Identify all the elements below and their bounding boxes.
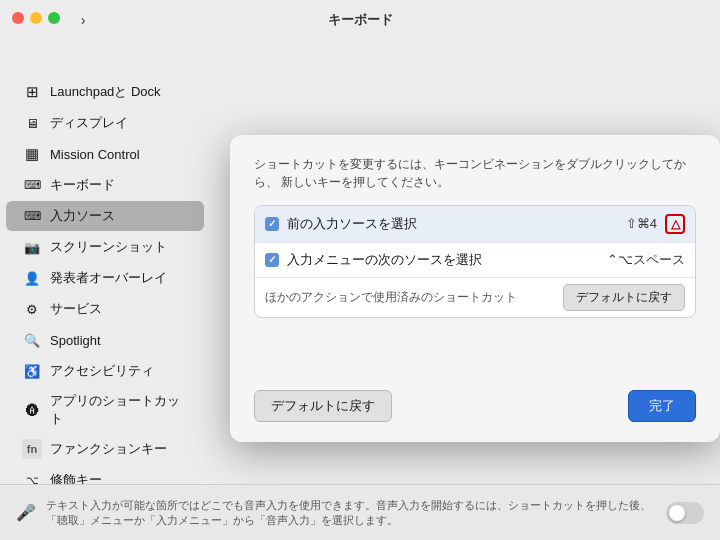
sidebar-label-accessibility: アクセシビリティ [50,362,154,380]
mission-control-icon: ▦ [22,144,42,164]
nav-arrows: ‹ › [40,10,96,30]
sidebar-item-accessibility[interactable]: ♿ アクセシビリティ [6,356,204,386]
sidebar-label-function-keys: ファンクションキー [50,440,167,458]
dialog: ショートカットを変更するには、キーコンビネーションをダブルクリックしてから、 新… [230,135,720,442]
sidebar-label-presenter-overlay: 発表者オーバーレイ [50,269,167,287]
bottom-bar: 🎤 テキスト入力が可能な箇所ではどこでも音声入力を使用できます。音声入力を開始す… [0,484,720,540]
sidebar-label-screenshot: スクリーンショット [50,238,167,256]
input-source-icon: ⌨ [22,206,42,226]
spotlight-icon: 🔍 [22,330,42,350]
warning-icon-0: △ [665,214,685,234]
sidebar-item-function-keys[interactable]: fn ファンクションキー [6,434,204,464]
sidebar-label-launchpad: Launchpadと Dock [50,83,161,101]
services-icon: ⚙ [22,299,42,319]
sidebar-item-keyboard[interactable]: ⌨ キーボード [6,170,204,200]
close-button[interactable] [12,12,24,24]
shortcut-label-1: 入力メニューの次のソースを選択 [287,251,599,269]
sidebar-item-app-shortcuts[interactable]: 🅐 アプリのショートカット [6,387,204,433]
sidebar-label-keyboard: キーボード [50,176,115,194]
title-bar: キーボード [0,0,720,36]
screenshot-icon: 📷 [22,237,42,257]
done-button[interactable]: 完了 [628,390,696,422]
accessibility-icon: ♿ [22,361,42,381]
shortcut-table: 前の入力ソースを選択 ⇧⌘4 △ 入力メニューの次のソースを選択 ⌃⌥スペース [254,205,696,318]
toggle-switch[interactable] [666,502,704,524]
main-window: キーボード ‹ › ⊞ Launchpadと Dock 🖥 ディスプレイ ▦ M… [0,0,720,540]
presenter-overlay-icon: 👤 [22,268,42,288]
app-shortcuts-icon: 🅐 [22,400,42,420]
forward-button[interactable]: › [70,10,96,30]
microphone-icon: 🎤 [16,503,36,522]
sidebar-item-services[interactable]: ⚙ サービス [6,294,204,324]
dialog-footer: デフォルトに戻す 完了 [254,386,696,422]
sidebar-item-display[interactable]: 🖥 ディスプレイ [6,108,204,138]
window-title: キーボード [328,11,393,29]
shortcut-label-0: 前の入力ソースを選択 [287,215,618,233]
sidebar-label-display: ディスプレイ [50,114,128,132]
defaults-text: ほかのアクションで使用済みのショートカット [265,289,555,306]
display-icon: 🖥 [22,113,42,133]
back-button[interactable]: ‹ [40,10,66,30]
bottom-bar-text: テキスト入力が可能な箇所ではどこでも音声入力を使用できます。音声入力を開始するに… [46,498,656,528]
sidebar-item-input-source[interactable]: ⌨ 入力ソース [6,201,204,231]
defaults-row: ほかのアクションで使用済みのショートカット デフォルトに戻す [255,278,695,317]
sidebar-item-mission-control[interactable]: ▦ Mission Control [6,139,204,169]
sidebar-label-services: サービス [50,300,102,318]
shortcut-row-1[interactable]: 入力メニューの次のソースを選択 ⌃⌥スペース [255,243,695,278]
dialog-overlay: ショートカットを変更するには、キーコンビネーションをダブルクリックしてから、 新… [210,36,720,540]
sidebar: ⊞ Launchpadと Dock 🖥 ディスプレイ ▦ Mission Con… [0,36,210,540]
sidebar-item-launchpad[interactable]: ⊞ Launchpadと Dock [6,77,204,107]
checkbox-1[interactable] [265,253,279,267]
sidebar-item-spotlight[interactable]: 🔍 Spotlight [6,325,204,355]
shortcut-keys-0: ⇧⌘4 △ [626,214,685,234]
sidebar-label-spotlight: Spotlight [50,333,101,348]
dialog-hint: ショートカットを変更するには、キーコンビネーションをダブルクリックしてから、 新… [254,155,696,191]
function-keys-icon: fn [22,439,42,459]
sidebar-label-app-shortcuts: アプリのショートカット [50,392,192,428]
checkbox-0[interactable] [265,217,279,231]
keyboard-icon: ⌨ [22,175,42,195]
defaults-btn[interactable]: デフォルトに戻す [563,284,685,311]
reset-defaults-button[interactable]: デフォルトに戻す [254,390,392,422]
launchpad-icon: ⊞ [22,82,42,102]
sidebar-label-mission-control: Mission Control [50,147,140,162]
shortcut-keys-1: ⌃⌥スペース [607,251,685,269]
shortcut-row-0[interactable]: 前の入力ソースを選択 ⇧⌘4 △ [255,206,695,243]
sidebar-item-screenshot[interactable]: 📷 スクリーンショット [6,232,204,262]
sidebar-item-presenter-overlay[interactable]: 👤 発表者オーバーレイ [6,263,204,293]
sidebar-label-input-source: 入力ソース [50,207,115,225]
